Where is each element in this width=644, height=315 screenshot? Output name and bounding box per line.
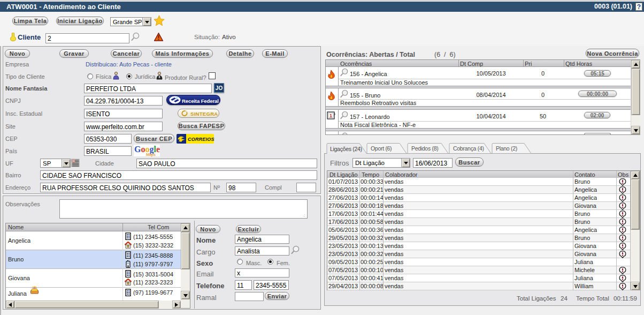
svg-text:Plano (2): Plano (2) bbox=[496, 145, 517, 152]
svg-text:Ligações (24): Ligações (24) bbox=[330, 146, 362, 152]
svg-text:Pedidos (8): Pedidos (8) bbox=[411, 145, 438, 152]
svg-text:Oport (6): Oport (6) bbox=[371, 145, 392, 152]
svg-text:1: 1 bbox=[329, 113, 332, 118]
svg-text:Cobrança (4): Cobrança (4) bbox=[453, 145, 484, 152]
